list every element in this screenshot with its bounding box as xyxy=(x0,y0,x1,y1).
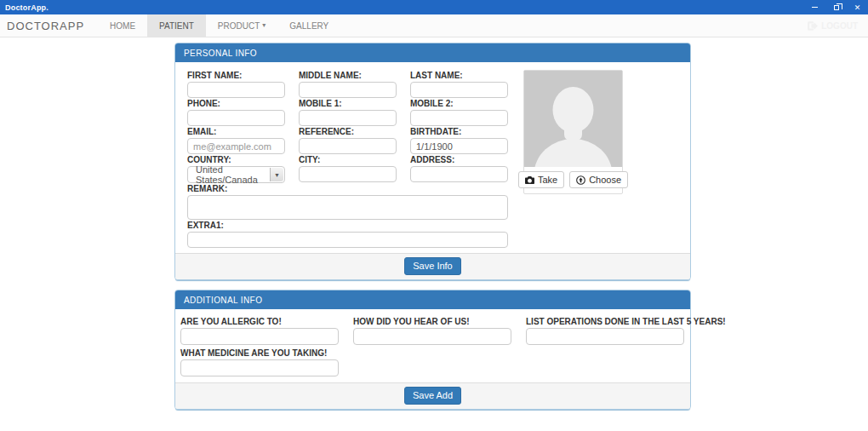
additional-form-grid: ARE YOU ALLERGIC TO! HOW DID YOU HEAR OF… xyxy=(180,316,685,345)
field-country: COUNTRY: United States/Canada ▼ xyxy=(187,154,285,183)
circle-up-arrow-icon xyxy=(576,175,585,185)
additional-info-header: ADDITIONAL INFO xyxy=(175,290,690,309)
country-select[interactable]: United States/Canada ▼ xyxy=(187,166,285,183)
middle-name-input[interactable] xyxy=(299,82,397,98)
mobile1-label: MOBILE 1: xyxy=(299,99,397,108)
camera-icon xyxy=(525,176,534,184)
personal-info-panel: PERSONAL INFO FIRST NAME: MIDDLE NAME: L… xyxy=(174,43,691,280)
phone-input[interactable] xyxy=(187,110,285,126)
nav-item-label: PATIENT xyxy=(159,21,194,31)
medicine-label: WHAT MEDICINE ARE YOU TAKING! xyxy=(180,348,339,358)
allergic-input[interactable] xyxy=(180,328,339,345)
field-medicine: WHAT MEDICINE ARE YOU TAKING! xyxy=(180,348,339,376)
middle-name-label: MIDDLE NAME: xyxy=(299,71,397,80)
field-operations: LIST OPERATIONS DONE IN THE LAST 5 YEARS… xyxy=(526,316,684,345)
choose-photo-label: Choose xyxy=(589,175,621,185)
close-icon[interactable]: ✕ xyxy=(847,0,868,14)
operations-label: LIST OPERATIONS DONE IN THE LAST 5 YEARS… xyxy=(526,317,684,326)
nav-item-gallery[interactable]: GALLERY xyxy=(277,14,340,37)
operations-input[interactable] xyxy=(526,328,684,345)
remark-textarea[interactable] xyxy=(187,195,508,220)
navbar: DOCTORAPP HOME PATIENT PRODUCT ▾ GALLERY… xyxy=(0,14,868,37)
first-name-input[interactable] xyxy=(187,82,285,98)
mobile2-input[interactable] xyxy=(410,110,508,126)
save-add-button[interactable]: Save Add xyxy=(404,387,461,405)
select-chevron-down-icon: ▼ xyxy=(270,168,283,181)
nav-item-label: GALLERY xyxy=(289,21,328,31)
field-middle-name: MIDDLE NAME: xyxy=(299,70,397,98)
field-first-name: FIRST NAME: xyxy=(187,70,285,98)
field-mobile2: MOBILE 2: xyxy=(410,98,508,126)
field-city: CITY: xyxy=(299,154,397,183)
city-label: CITY: xyxy=(299,155,397,164)
nav-item-product[interactable]: PRODUCT ▾ xyxy=(206,14,277,37)
field-allergic: ARE YOU ALLERGIC TO! xyxy=(180,316,339,345)
field-reference: REFERENCE: xyxy=(299,126,397,154)
personal-info-body: FIRST NAME: MIDDLE NAME: LAST NAME: PHON… xyxy=(175,62,690,253)
patient-photo-section: Take Choose xyxy=(523,70,623,248)
reference-input[interactable] xyxy=(299,138,397,154)
phone-label: PHONE: xyxy=(187,99,285,108)
email-label: EMAIL: xyxy=(187,127,285,136)
additional-info-panel: ADDITIONAL INFO ARE YOU ALLERGIC TO! HOW… xyxy=(174,290,691,410)
field-extra1: EXTRA1: xyxy=(187,220,508,248)
birthdate-input[interactable] xyxy=(410,138,508,154)
address-input[interactable] xyxy=(410,166,508,182)
hear-of-us-label: HOW DID YOU HEAR OF US! xyxy=(353,317,511,326)
allergic-label: ARE YOU ALLERGIC TO! xyxy=(180,317,339,326)
nav-item-home[interactable]: HOME xyxy=(98,14,147,37)
additional-info-footer: Save Add xyxy=(175,382,690,409)
field-hear-of-us: HOW DID YOU HEAR OF US! xyxy=(353,316,511,345)
window-titlebar: DoctorApp. ✕ xyxy=(0,0,868,14)
restore-window-icon[interactable] xyxy=(825,0,847,14)
email-input[interactable] xyxy=(187,138,285,154)
additional-info-body: ARE YOU ALLERGIC TO! HOW DID YOU HEAR OF… xyxy=(175,309,690,382)
field-mobile1: MOBILE 1: xyxy=(299,98,397,126)
last-name-label: LAST NAME: xyxy=(410,71,508,80)
app-brand[interactable]: DOCTORAPP xyxy=(0,14,98,37)
birthdate-label: BIRTHDATE: xyxy=(410,127,508,136)
mobile1-input[interactable] xyxy=(299,110,397,126)
minimize-icon[interactable] xyxy=(804,0,825,14)
choose-photo-button[interactable]: Choose xyxy=(569,171,628,188)
hear-of-us-input[interactable] xyxy=(353,328,511,345)
country-label: COUNTRY: xyxy=(187,155,285,164)
logout-button[interactable]: LOGOUT xyxy=(808,14,868,37)
last-name-input[interactable] xyxy=(410,82,508,98)
reference-label: REFERENCE: xyxy=(299,127,397,136)
mobile2-label: MOBILE 2: xyxy=(410,99,508,108)
personal-info-footer: Save Info xyxy=(175,253,690,279)
person-silhouette-placeholder xyxy=(524,71,622,167)
extra1-label: EXTRA1: xyxy=(187,221,508,230)
main-content: PERSONAL INFO FIRST NAME: MIDDLE NAME: L… xyxy=(174,43,691,410)
first-name-label: FIRST NAME: xyxy=(187,71,285,80)
chevron-down-icon: ▾ xyxy=(262,22,266,29)
personal-form-grid: FIRST NAME: MIDDLE NAME: LAST NAME: PHON… xyxy=(187,70,508,248)
personal-info-header: PERSONAL INFO xyxy=(175,43,690,62)
photo-buttons-row: Take Choose xyxy=(524,167,622,193)
window-title: DoctorApp. xyxy=(5,3,804,12)
city-input[interactable] xyxy=(299,166,397,182)
extra1-input[interactable] xyxy=(187,232,508,248)
field-phone: PHONE: xyxy=(187,98,285,126)
field-email: EMAIL: xyxy=(187,126,285,154)
take-photo-label: Take xyxy=(538,175,557,185)
take-photo-button[interactable]: Take xyxy=(518,171,564,188)
nav-item-label: PRODUCT xyxy=(218,21,260,31)
nav-item-patient[interactable]: PATIENT xyxy=(147,14,206,37)
logout-arrow-icon xyxy=(808,21,818,31)
remark-label: REMARK: xyxy=(187,184,508,193)
medicine-input[interactable] xyxy=(180,359,339,376)
field-birthdate: BIRTHDATE: xyxy=(410,126,508,154)
save-info-button[interactable]: Save Info xyxy=(404,257,460,275)
photo-thumbnail-frame: Take Choose xyxy=(523,70,623,194)
field-remark: REMARK: xyxy=(187,183,508,220)
field-last-name: LAST NAME: xyxy=(410,70,508,98)
field-address: ADDRESS: xyxy=(410,154,508,183)
logout-label: LOGOUT xyxy=(821,21,858,31)
address-label: ADDRESS: xyxy=(410,155,508,164)
nav-item-label: HOME xyxy=(110,21,135,31)
